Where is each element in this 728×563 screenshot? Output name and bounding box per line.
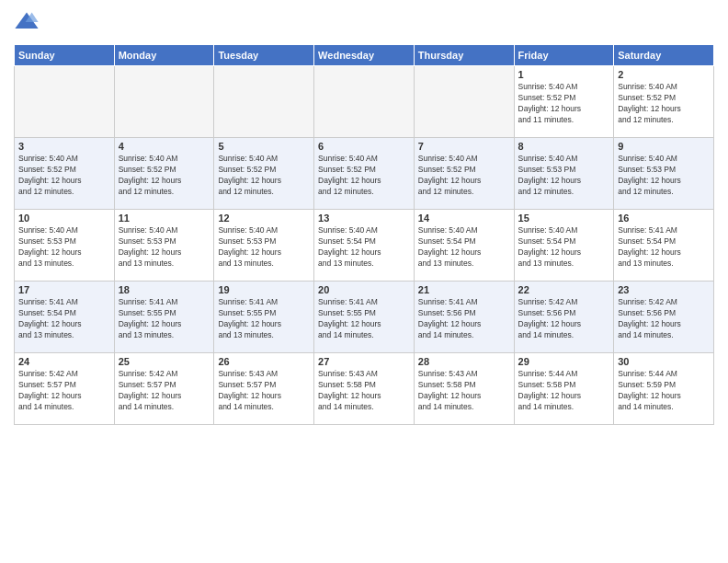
day-info: Sunrise: 5:40 AM Sunset: 5:52 PM Dayligh… [218,154,310,198]
day-info: Sunrise: 5:40 AM Sunset: 5:53 PM Dayligh… [218,225,310,270]
day-info: Sunrise: 5:44 AM Sunset: 5:59 PM Dayligh… [618,369,710,413]
calendar-cell: 21Sunrise: 5:41 AM Sunset: 5:56 PM Dayli… [414,282,514,353]
header-day: Tuesday [214,45,314,66]
day-number: 22 [518,284,610,295]
calendar-cell: 18Sunrise: 5:41 AM Sunset: 5:55 PM Dayli… [114,282,214,353]
calendar-cell: 7Sunrise: 5:40 AM Sunset: 5:52 PM Daylig… [414,138,514,210]
day-number: 13 [318,213,410,224]
calendar-cell: 29Sunrise: 5:44 AM Sunset: 5:58 PM Dayli… [514,353,614,425]
day-info: Sunrise: 5:40 AM Sunset: 5:53 PM Dayligh… [518,154,610,198]
day-info: Sunrise: 5:41 AM Sunset: 5:56 PM Dayligh… [418,297,510,341]
calendar-table: SundayMondayTuesdayWednesdayThursdayFrid… [14,44,714,425]
day-number: 18 [119,284,210,295]
calendar-cell: 19Sunrise: 5:41 AM Sunset: 5:55 PM Dayli… [214,282,314,353]
calendar-cell: 5Sunrise: 5:40 AM Sunset: 5:52 PM Daylig… [214,138,314,210]
day-number: 7 [418,141,510,152]
day-number: 16 [618,213,710,224]
day-info: Sunrise: 5:41 AM Sunset: 5:55 PM Dayligh… [218,297,310,341]
calendar-week-row: 1Sunrise: 5:40 AM Sunset: 5:52 PM Daylig… [15,66,714,138]
day-info: Sunrise: 5:41 AM Sunset: 5:55 PM Dayligh… [119,297,210,341]
calendar-cell: 23Sunrise: 5:42 AM Sunset: 5:56 PM Dayli… [614,282,714,353]
day-number: 3 [18,141,110,152]
day-number: 15 [518,213,610,224]
calendar-cell: 22Sunrise: 5:42 AM Sunset: 5:56 PM Dayli… [514,282,614,353]
day-number: 11 [119,213,210,224]
day-number: 29 [518,356,610,367]
header-day: Sunday [15,45,115,66]
calendar-week-row: 3Sunrise: 5:40 AM Sunset: 5:52 PM Daylig… [15,138,714,210]
day-info: Sunrise: 5:43 AM Sunset: 5:58 PM Dayligh… [418,369,510,413]
day-info: Sunrise: 5:40 AM Sunset: 5:54 PM Dayligh… [518,225,610,270]
day-number: 9 [618,141,710,152]
calendar-cell: 17Sunrise: 5:41 AM Sunset: 5:54 PM Dayli… [15,282,115,353]
day-number: 5 [218,141,310,152]
day-number: 19 [218,284,310,295]
calendar-cell: 3Sunrise: 5:40 AM Sunset: 5:52 PM Daylig… [15,138,115,210]
calendar-cell: 2Sunrise: 5:40 AM Sunset: 5:52 PM Daylig… [614,66,714,138]
calendar-cell: 11Sunrise: 5:40 AM Sunset: 5:53 PM Dayli… [114,210,214,282]
calendar-cell: 9Sunrise: 5:40 AM Sunset: 5:53 PM Daylig… [614,138,714,210]
day-number: 28 [418,356,510,367]
calendar-cell: 6Sunrise: 5:40 AM Sunset: 5:52 PM Daylig… [314,138,415,210]
calendar-cell: 25Sunrise: 5:42 AM Sunset: 5:57 PM Dayli… [114,353,214,425]
day-number: 24 [18,356,110,367]
calendar-cell: 20Sunrise: 5:41 AM Sunset: 5:55 PM Dayli… [314,282,415,353]
day-info: Sunrise: 5:40 AM Sunset: 5:52 PM Dayligh… [119,154,210,198]
calendar-cell: 15Sunrise: 5:40 AM Sunset: 5:54 PM Dayli… [514,210,614,282]
day-number: 8 [518,141,610,152]
header-day: Saturday [614,45,714,66]
calendar-cell: 4Sunrise: 5:40 AM Sunset: 5:52 PM Daylig… [114,138,214,210]
day-number: 2 [618,69,710,80]
day-info: Sunrise: 5:40 AM Sunset: 5:53 PM Dayligh… [119,225,210,270]
calendar-cell [214,66,314,138]
day-info: Sunrise: 5:40 AM Sunset: 5:52 PM Dayligh… [518,82,610,126]
day-number: 17 [18,284,110,295]
logo [14,9,43,35]
day-info: Sunrise: 5:44 AM Sunset: 5:58 PM Dayligh… [518,369,610,413]
calendar-cell: 14Sunrise: 5:40 AM Sunset: 5:54 PM Dayli… [414,210,514,282]
day-info: Sunrise: 5:40 AM Sunset: 5:53 PM Dayligh… [618,154,710,198]
day-info: Sunrise: 5:42 AM Sunset: 5:56 PM Dayligh… [618,297,710,341]
calendar-cell [414,66,514,138]
header-row: SundayMondayTuesdayWednesdayThursdayFrid… [15,45,714,66]
day-info: Sunrise: 5:41 AM Sunset: 5:54 PM Dayligh… [18,297,110,341]
calendar-week-row: 10Sunrise: 5:40 AM Sunset: 5:53 PM Dayli… [15,210,714,282]
day-info: Sunrise: 5:40 AM Sunset: 5:52 PM Dayligh… [18,154,110,198]
day-number: 4 [119,141,210,152]
day-number: 21 [418,284,510,295]
day-info: Sunrise: 5:43 AM Sunset: 5:58 PM Dayligh… [318,369,410,413]
header-day: Friday [514,45,614,66]
calendar-cell: 27Sunrise: 5:43 AM Sunset: 5:58 PM Dayli… [314,353,415,425]
calendar-cell: 8Sunrise: 5:40 AM Sunset: 5:53 PM Daylig… [514,138,614,210]
header-day: Thursday [414,45,514,66]
calendar-cell: 1Sunrise: 5:40 AM Sunset: 5:52 PM Daylig… [514,66,614,138]
day-info: Sunrise: 5:43 AM Sunset: 5:57 PM Dayligh… [218,369,310,413]
day-number: 26 [218,356,310,367]
day-info: Sunrise: 5:40 AM Sunset: 5:52 PM Dayligh… [418,154,510,198]
day-number: 10 [18,213,110,224]
day-info: Sunrise: 5:40 AM Sunset: 5:52 PM Dayligh… [318,154,410,198]
calendar-cell: 26Sunrise: 5:43 AM Sunset: 5:57 PM Dayli… [214,353,314,425]
header [14,9,714,35]
calendar-cell: 24Sunrise: 5:42 AM Sunset: 5:57 PM Dayli… [15,353,115,425]
header-day: Monday [114,45,214,66]
header-day: Wednesday [314,45,415,66]
calendar-cell [15,66,115,138]
day-number: 27 [318,356,410,367]
logo-icon [14,9,40,35]
calendar-cell: 10Sunrise: 5:40 AM Sunset: 5:53 PM Dayli… [15,210,115,282]
calendar-cell: 30Sunrise: 5:44 AM Sunset: 5:59 PM Dayli… [614,353,714,425]
calendar-cell: 16Sunrise: 5:41 AM Sunset: 5:54 PM Dayli… [614,210,714,282]
day-info: Sunrise: 5:42 AM Sunset: 5:57 PM Dayligh… [18,369,110,413]
calendar-cell: 12Sunrise: 5:40 AM Sunset: 5:53 PM Dayli… [214,210,314,282]
day-info: Sunrise: 5:40 AM Sunset: 5:53 PM Dayligh… [18,225,110,270]
day-number: 30 [618,356,710,367]
day-info: Sunrise: 5:41 AM Sunset: 5:54 PM Dayligh… [618,225,710,270]
day-info: Sunrise: 5:42 AM Sunset: 5:57 PM Dayligh… [119,369,210,413]
day-number: 12 [218,213,310,224]
day-number: 6 [318,141,410,152]
calendar-week-row: 17Sunrise: 5:41 AM Sunset: 5:54 PM Dayli… [15,282,714,353]
day-number: 20 [318,284,410,295]
day-number: 23 [618,284,710,295]
day-info: Sunrise: 5:40 AM Sunset: 5:52 PM Dayligh… [618,82,710,126]
